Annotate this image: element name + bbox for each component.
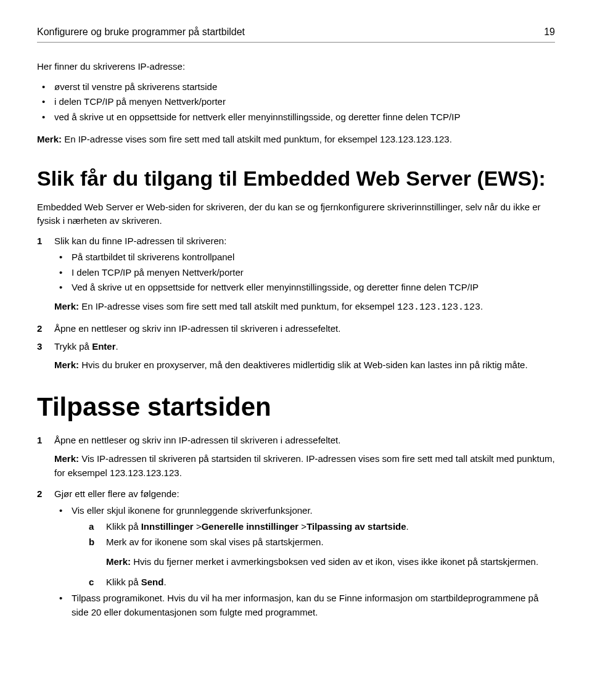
step-text: Åpne en nettleser og skriv inn IP-adress…: [54, 323, 340, 334]
note-label: Merk:: [54, 360, 79, 370]
list-item: Ved å skrive ut en oppsettside for nettv…: [54, 281, 555, 295]
a-sep2: >: [298, 521, 306, 532]
note-text: Hvis du fjerner merket i avmerkingsbokse…: [131, 556, 538, 567]
letter-item-c: c Klikk på Send.: [89, 575, 555, 590]
note-text: En IP-adresse vises som fire sett med ta…: [62, 134, 452, 144]
letter-item-b: b Merk av for ikonene som skal vises på …: [89, 535, 555, 550]
list-item: Tilpass programikonet. Hvis du vil ha me…: [54, 591, 555, 619]
tstep1-note: Merk: Vis IP-adressen til skriveren på s…: [54, 452, 555, 480]
c-bold: Send: [141, 577, 164, 587]
list-item: ved å skrive ut en oppsettside for nettv…: [37, 110, 555, 125]
letter-item-a: a Klikk på Innstillinger >Generelle inns…: [89, 520, 555, 534]
letter-label: a: [89, 520, 94, 534]
note-text: Hvis du bruker en proxyserver, må den de…: [79, 360, 528, 370]
note-code: 123.123.123.123: [397, 302, 480, 313]
header-page-number: 19: [544, 25, 555, 39]
step-number: 2: [37, 487, 42, 501]
ews-intro-text: Embedded Web Server er Web-siden for skr…: [37, 200, 555, 228]
tilpasse-step-1: 1 Åpne en nettleser og skriv inn IP-adre…: [37, 434, 555, 480]
intro-bullet-list: øverst til venstre på skriverens startsi…: [37, 80, 555, 125]
list-item: i delen TCP/IP på menyen Nettverk/porter: [37, 95, 555, 109]
note-label: Merk:: [37, 134, 62, 144]
step1-sub-bullets: På startbildet til skriverens kontrollpa…: [54, 250, 555, 295]
note-label: Merk:: [54, 301, 79, 311]
step-text-pre: Trykk på: [54, 341, 92, 352]
letter-list: a Klikk på Innstillinger >Generelle inns…: [89, 520, 555, 549]
step1-note: Merk: En IP-adresse vises som fire sett …: [54, 300, 555, 315]
note-text-pre: En IP-adresse vises som fire sett med ta…: [79, 301, 397, 311]
a-b3: Tilpassing av startside: [306, 521, 406, 532]
step-1: 1 Slik kan du finne IP-adressen til skri…: [37, 234, 555, 315]
section-heading-ews: Slik får du tilgang til Embedded Web Ser…: [37, 163, 555, 194]
list-item: På startbildet til skriverens kontrollpa…: [54, 250, 555, 265]
b-text: Merk av for ikonene som skal vises på st…: [106, 537, 324, 547]
a-sep1: >: [194, 521, 202, 532]
letter-label: c: [89, 575, 94, 590]
a-b2: Generelle innstillinger: [202, 521, 299, 532]
note-text: Vis IP-adressen til skriveren på startsi…: [54, 453, 555, 478]
note-text-post: .: [480, 301, 483, 311]
note-label: Merk:: [54, 453, 79, 464]
intro-note: Merk: En IP-adresse vises som fire sett …: [37, 133, 555, 147]
bullet-text: Vis eller skjul ikonene for grunnleggend…: [72, 505, 313, 516]
letter-list-c: c Klikk på Send.: [89, 575, 555, 590]
page-header: Konfigurere og bruke programmer på start…: [37, 25, 555, 43]
step3-note: Merk: Hvis du bruker en proxyserver, må …: [54, 358, 555, 373]
a-post: .: [406, 521, 409, 532]
header-title: Konfigurere og bruke programmer på start…: [37, 25, 245, 39]
tilpasse-steps: 1 Åpne en nettleser og skriv inn IP-adre…: [37, 434, 555, 620]
c-post: .: [163, 577, 166, 587]
step-number: 3: [37, 340, 42, 354]
section-heading-tilpasse: Tilpasse startsiden: [37, 387, 555, 426]
step-bold: Enter: [92, 341, 115, 352]
tilpasse-step-2: 2 Gjør ett eller flere av følgende: Vis …: [37, 487, 555, 619]
step-2: 2 Åpne en nettleser og skriv inn IP-adre…: [37, 322, 555, 336]
step-text: Åpne en nettleser og skriv inn IP-adress…: [54, 435, 340, 445]
step-text: Gjør ett eller flere av følgende:: [54, 488, 179, 499]
step-number: 2: [37, 322, 42, 336]
tstep2-bullets: Vis eller skjul ikonene for grunnleggend…: [54, 504, 555, 620]
list-item: Vis eller skjul ikonene for grunnleggend…: [54, 504, 555, 590]
a-pre: Klikk på: [106, 521, 141, 532]
step-text: Slik kan du finne IP-adressen til skrive…: [54, 236, 226, 246]
note-label: Merk:: [106, 556, 131, 567]
step-text-post: .: [115, 341, 118, 352]
intro-text: Her finner du skriverens IP-adresse:: [37, 60, 555, 74]
deep-note: Merk: Hvis du fjerner merket i avmerking…: [106, 555, 555, 569]
ews-steps: 1 Slik kan du finne IP-adressen til skri…: [37, 234, 555, 373]
step-number: 1: [37, 434, 42, 448]
a-b1: Innstillinger: [141, 521, 194, 532]
c-pre: Klikk på: [106, 577, 141, 587]
list-item: øverst til venstre på skriverens startsi…: [37, 80, 555, 94]
step-3: 3 Trykk på Enter. Merk: Hvis du bruker e…: [37, 340, 555, 373]
letter-label: b: [89, 535, 94, 550]
list-item: I delen TCP/IP på menyen Nettverk/porter: [54, 266, 555, 280]
step-number: 1: [37, 234, 42, 249]
